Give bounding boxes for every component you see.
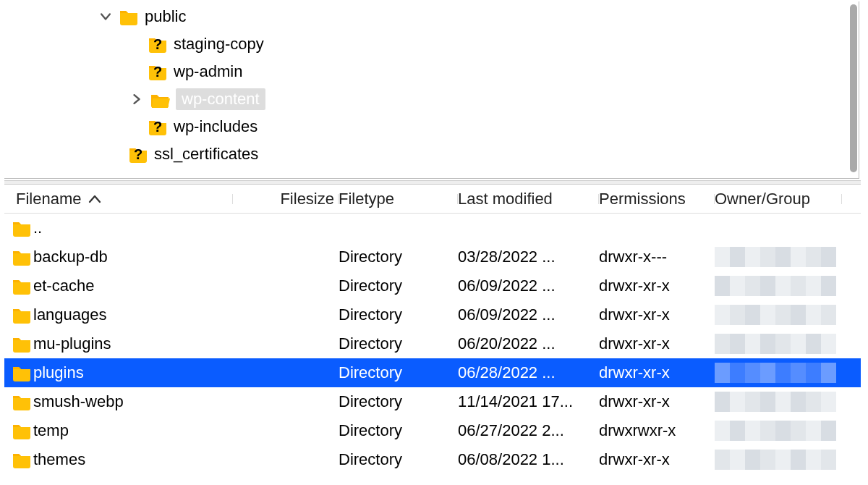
file-type: Directory [339, 277, 458, 295]
file-modified: 06/20/2022 ... [458, 334, 599, 353]
remote-tree-rows: public ? staging-copy ? wp-admin [4, 1, 859, 168]
file-permissions: drwxr-xr-x [599, 450, 715, 469]
column-header-filetype[interactable]: Filetype [339, 190, 458, 208]
column-header-label: Filetype [339, 190, 394, 208]
file-row[interactable]: et-cache Directory 06/09/2022 ... drwxr-… [4, 271, 861, 300]
file-name: temp [33, 421, 233, 440]
redacted-owner [715, 276, 836, 296]
file-row[interactable]: mu-plugins Directory 06/20/2022 ... drwx… [4, 329, 861, 358]
folder-icon [12, 219, 32, 237]
column-header-owner-group[interactable]: Owner/Group [715, 190, 842, 208]
disclosure-down-icon[interactable] [98, 9, 113, 24]
file-row[interactable]: languages Directory 06/09/2022 ... drwxr… [4, 300, 861, 329]
tree-item-label: wp-content [176, 88, 265, 110]
tree-item-wp-includes[interactable]: ? wp-includes [4, 113, 859, 140]
redacted-owner [715, 305, 836, 325]
file-type: Directory [339, 363, 458, 382]
folder-unknown-icon: ? [148, 35, 168, 53]
tree-item-public[interactable]: public [4, 3, 859, 30]
file-type: Directory [339, 421, 458, 440]
tree-item-wp-admin[interactable]: ? wp-admin [4, 58, 859, 85]
redacted-owner [715, 421, 836, 441]
file-modified: 06/09/2022 ... [458, 277, 599, 295]
file-modified: 11/14/2021 17... [458, 392, 599, 411]
redacted-owner [715, 247, 836, 267]
folder-icon [12, 422, 32, 439]
tree-item-label: staging-copy [174, 35, 264, 54]
parent-directory-row[interactable]: .. [4, 214, 861, 242]
file-type: Directory [339, 305, 458, 324]
tree-item-label: wp-admin [174, 62, 242, 81]
file-modified: 06/09/2022 ... [458, 305, 599, 324]
tree-item-label: ssl_certificates [154, 145, 258, 164]
tree-item-wp-content[interactable]: wp-content [4, 85, 859, 113]
column-header-permissions[interactable]: Permissions [599, 190, 715, 208]
column-header-filename[interactable]: Filename [16, 190, 233, 208]
folder-icon [12, 306, 32, 324]
redacted-owner [715, 392, 836, 412]
file-type: Directory [339, 392, 458, 411]
file-name: backup-db [33, 248, 233, 266]
folder-icon [12, 335, 32, 353]
sort-ascending-icon [88, 190, 101, 208]
file-row[interactable]: temp Directory 06/27/2022 2... drwxrwxr-… [4, 416, 861, 445]
file-name: mu-plugins [33, 334, 233, 353]
folder-icon [12, 451, 32, 468]
disclosure-right-icon[interactable] [129, 92, 144, 106]
file-name: languages [33, 305, 233, 324]
file-permissions: drwxr-xr-x [599, 277, 715, 295]
folder-unknown-icon: ? [128, 146, 148, 163]
file-type: Directory [339, 334, 458, 353]
file-type: Directory [339, 248, 458, 266]
redacted-owner [715, 334, 836, 354]
redacted-owner [715, 450, 836, 470]
folder-unknown-icon: ? [148, 63, 168, 80]
file-row[interactable]: backup-db Directory 03/28/2022 ... drwxr… [4, 242, 861, 271]
redacted-owner [715, 363, 836, 383]
file-modified: 06/08/2022 1... [458, 450, 599, 469]
column-separator[interactable] [841, 194, 842, 204]
file-permissions: drwxr-xr-x [599, 334, 715, 353]
file-name: themes [33, 450, 233, 469]
folder-unknown-icon: ? [148, 118, 168, 135]
file-name: smush-webp [33, 392, 233, 411]
file-row[interactable]: smush-webp Directory 11/14/2021 17... dr… [4, 387, 861, 416]
file-modified: 06/28/2022 ... [458, 363, 599, 382]
file-permissions: drwxr-xr-x [599, 392, 715, 411]
tree-item-label: wp-includes [174, 117, 258, 136]
column-header-filesize[interactable]: Filesize [233, 190, 339, 208]
tree-item-ssl-certificates[interactable]: ? ssl_certificates [4, 140, 859, 168]
folder-open-icon [150, 90, 170, 108]
file-permissions: drwxrwxr-x [599, 421, 715, 440]
column-header-label: Last modified [458, 190, 553, 208]
file-modified: 03/28/2022 ... [458, 248, 599, 266]
remote-tree-panel: public ? staging-copy ? wp-admin [4, 1, 859, 179]
folder-icon [12, 248, 32, 266]
column-header-label: Owner/Group [715, 190, 810, 208]
column-header-label: Filesize [280, 190, 334, 208]
folder-icon [12, 393, 32, 410]
file-name: plugins [33, 363, 233, 382]
column-header-label: Filename [16, 190, 81, 208]
file-modified: 06/27/2022 2... [458, 421, 599, 440]
file-permissions: drwxr-xr-x [599, 363, 715, 382]
file-type: Directory [339, 450, 458, 469]
file-row[interactable]: themes Directory 06/08/2022 1... drwxr-x… [4, 445, 861, 474]
folder-icon [119, 8, 139, 25]
scrollbar-thumb[interactable] [850, 4, 857, 172]
tree-item-label: public [145, 7, 186, 26]
file-list-header: Filename Filesize Filetype Last modified… [4, 185, 861, 214]
file-permissions: drwxr-x--- [599, 248, 715, 266]
file-permissions: drwxr-xr-x [599, 305, 715, 324]
file-list: .. backup-db Directory 03/28/2022 ... dr… [4, 214, 861, 474]
column-header-label: Permissions [599, 190, 686, 208]
folder-icon [12, 277, 32, 295]
tree-item-staging-copy[interactable]: ? staging-copy [4, 30, 859, 58]
column-header-last-modified[interactable]: Last modified [458, 190, 599, 208]
file-name: et-cache [33, 277, 233, 295]
file-name: .. [33, 219, 233, 237]
folder-icon [12, 364, 32, 381]
file-row[interactable]: plugins Directory 06/28/2022 ... drwxr-x… [4, 358, 861, 387]
